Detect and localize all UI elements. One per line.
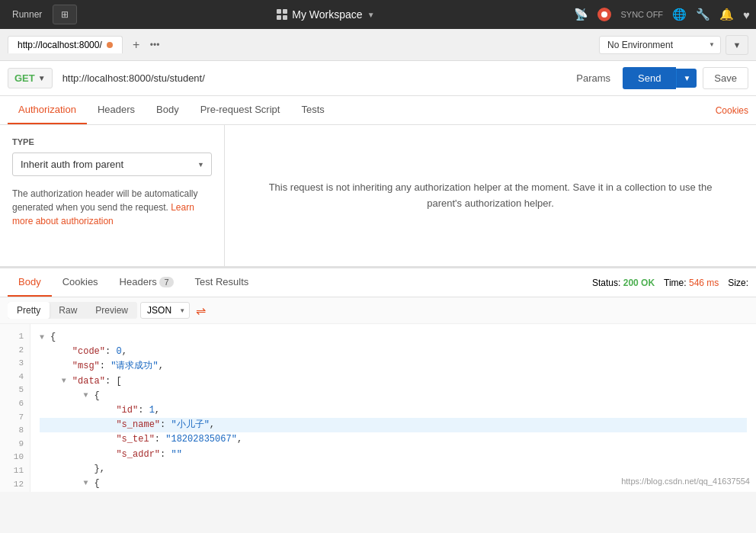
- code-line-3: "msg": "请求成功",: [40, 359, 747, 374]
- add-tab-button[interactable]: +: [127, 36, 146, 54]
- tab-authorization[interactable]: Authorization: [8, 96, 87, 124]
- params-button[interactable]: Params: [570, 69, 617, 87]
- environment-selector[interactable]: No Environment: [599, 36, 721, 54]
- code-line-1: ▼{: [40, 330, 747, 345]
- sync-label: SYNC OFF: [620, 10, 663, 19]
- code-area-wrapper: 1234567891011121314151617 ▼{ "code": 0, …: [0, 324, 756, 492]
- auth-message: This request is not inheriting any autho…: [262, 180, 719, 212]
- runner-label: Runner: [12, 9, 42, 20]
- collapse-arrow[interactable]: ▼: [84, 390, 93, 402]
- response-toolbar: Pretty Raw Preview JSON ⇌: [0, 297, 756, 324]
- method-value: GET: [14, 72, 35, 84]
- code-line-5: ▼{: [40, 389, 747, 403]
- bell-icon[interactable]: 🔔: [719, 8, 734, 21]
- status-value: 200 OK: [623, 278, 655, 288]
- tab-headers[interactable]: Headers: [87, 96, 146, 124]
- workspace-label: My Workspace: [292, 8, 362, 21]
- time-value: 546 ms: [689, 278, 719, 288]
- code-line-8: "s_tel": "18202835067",: [40, 432, 747, 447]
- wrench-icon[interactable]: 🔧: [696, 8, 710, 21]
- tab-tests[interactable]: Tests: [290, 96, 335, 124]
- send-dropdown-button[interactable]: ▼: [676, 69, 697, 88]
- save-button[interactable]: Save: [703, 67, 748, 89]
- top-bar-right: 📡 SYNC OFF 🌐 🔧 🔔 ♥: [574, 8, 750, 21]
- time-label: Time: 546 ms: [664, 278, 719, 288]
- satellite-icon[interactable]: 📡: [574, 8, 588, 21]
- json-select[interactable]: JSON: [140, 302, 190, 319]
- send-button-group: Send ▼: [623, 67, 697, 89]
- response-tabs-bar: Body Cookies Headers 7 Test Results Stat…: [0, 268, 756, 297]
- new-tab-button[interactable]: ⊞: [53, 5, 77, 24]
- request-bar: GET ▼ Params Send ▼ Save: [0, 61, 756, 96]
- raw-tab[interactable]: Raw: [50, 302, 86, 319]
- response-section: Body Cookies Headers 7 Test Results Stat…: [0, 266, 756, 492]
- resp-tab-headers[interactable]: Headers 7: [109, 268, 184, 297]
- resp-tab-test-results[interactable]: Test Results: [184, 268, 260, 297]
- collapse-arrow[interactable]: ▼: [62, 375, 71, 387]
- pretty-tab[interactable]: Pretty: [8, 302, 50, 319]
- size-label: Size:: [728, 278, 748, 288]
- auth-desc-text: The authorization header will be automat…: [12, 188, 197, 213]
- sync-button[interactable]: SYNC OFF: [620, 10, 663, 19]
- auth-panel: TYPE Inherit auth from parent The author…: [0, 125, 756, 266]
- auth-description: The authorization header will be automat…: [12, 187, 212, 228]
- workspace-selector[interactable]: My Workspace ▼: [82, 8, 569, 21]
- environment-select[interactable]: No Environment: [599, 36, 721, 54]
- workspace-dropdown-icon: ▼: [367, 11, 375, 19]
- collapse-arrow[interactable]: ▼: [40, 332, 49, 344]
- code-line-6: "id": 1,: [40, 403, 747, 418]
- json-format-selector[interactable]: JSON: [140, 302, 190, 319]
- cookies-link[interactable]: Cookies: [716, 105, 748, 116]
- collapse-arrow[interactable]: ▼: [84, 477, 93, 490]
- code-line-12: "id": 2,: [40, 491, 747, 492]
- environment-options-button[interactable]: ▼: [726, 35, 748, 55]
- auth-left-panel: TYPE Inherit auth from parent The author…: [0, 125, 225, 266]
- tab-body[interactable]: Body: [146, 96, 190, 124]
- type-label: TYPE: [12, 137, 212, 146]
- code-line-10: },: [40, 462, 747, 477]
- unsaved-dot: [107, 42, 113, 48]
- method-dropdown-icon: ▼: [38, 74, 46, 82]
- auth-type-selector[interactable]: Inherit auth from parent: [12, 153, 212, 176]
- globe-icon[interactable]: 🌐: [672, 8, 687, 21]
- method-selector[interactable]: GET ▼: [8, 68, 53, 88]
- auth-right-panel: This request is not inheriting any autho…: [225, 125, 756, 266]
- resp-tab-body[interactable]: Body: [8, 268, 52, 297]
- record-button[interactable]: [597, 8, 611, 21]
- tab-pre-request[interactable]: Pre-request Script: [190, 96, 291, 124]
- format-tab-group: Pretty Raw Preview: [8, 302, 137, 319]
- code-line-2: "code": 0,: [40, 345, 747, 359]
- record-inner: [601, 11, 607, 18]
- code-content: ▼{ "code": 0, "msg": "请求成功", ▼"data": [ …: [30, 324, 756, 492]
- line-numbers: 1234567891011121314151617: [0, 324, 30, 492]
- resp-tab-cookies[interactable]: Cookies: [52, 268, 109, 297]
- wrap-icon[interactable]: ⇌: [196, 303, 206, 318]
- url-tab[interactable]: http://localhost:8000/: [8, 36, 123, 53]
- new-tab-icon: ⊞: [61, 9, 69, 20]
- send-button[interactable]: Send: [623, 67, 676, 89]
- url-tab-text: http://localhost:8000/: [18, 40, 102, 50]
- response-status: Status: 200 OK Time: 546 ms Size:: [592, 278, 748, 288]
- runner-button[interactable]: Runner: [6, 6, 48, 23]
- url-input[interactable]: [59, 69, 565, 88]
- code-line-11: ▼{: [40, 477, 747, 491]
- workspace-grid-icon: [277, 9, 287, 20]
- request-tabs: Authorization Headers Body Pre-request S…: [0, 96, 756, 125]
- url-tab-bar: http://localhost:8000/ + ••• No Environm…: [0, 29, 756, 61]
- auth-type-select[interactable]: Inherit auth from parent: [12, 153, 212, 176]
- top-bar: Runner ⊞ My Workspace ▼ 📡 SYNC OFF 🌐 🔧 🔔…: [0, 0, 756, 29]
- code-line-7: "s_name": "小儿子",: [40, 418, 747, 432]
- preview-tab[interactable]: Preview: [86, 302, 137, 319]
- code-area: 1234567891011121314151617 ▼{ "code": 0, …: [0, 324, 756, 492]
- status-label: Status: 200 OK: [592, 278, 655, 288]
- more-tabs-button[interactable]: •••: [150, 40, 160, 50]
- headers-count-badge: 7: [159, 277, 173, 287]
- code-line-9: "s_addr": "": [40, 448, 747, 462]
- code-line-4: ▼"data": [: [40, 374, 747, 389]
- heart-icon[interactable]: ♥: [743, 8, 750, 21]
